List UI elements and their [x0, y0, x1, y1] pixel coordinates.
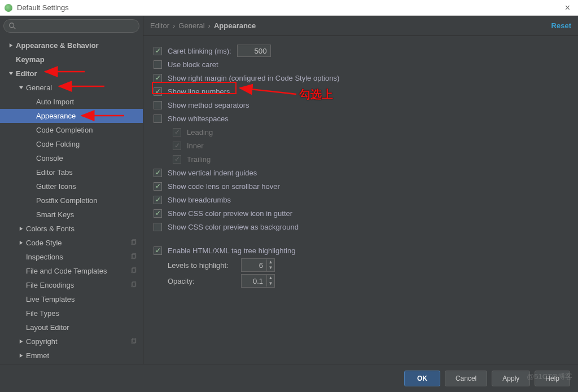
- crumb-appearance: Appearance: [214, 21, 256, 30]
- copy-icon: [130, 267, 138, 275]
- checkbox-block-caret[interactable]: [154, 60, 162, 69]
- label-line-numbers: Show line numbers: [168, 87, 230, 96]
- row-caret-blink: Caret blinking (ms):: [154, 44, 568, 58]
- window-title: Default Settings: [17, 3, 69, 12]
- chevron-right-icon: ›: [173, 21, 175, 30]
- titlebar: Default Settings ×: [0, 0, 578, 16]
- label-whitespace: Show whitespaces: [168, 114, 229, 123]
- checkbox-vguides[interactable]: [154, 169, 162, 177]
- label-ws-trailing: Trailing: [187, 155, 211, 164]
- tree-label: Inspections: [26, 253, 63, 261]
- tree-item-keymap[interactable]: Keymap: [0, 52, 143, 67]
- copy-icon: [130, 281, 138, 289]
- label-vguides: Show vertical indent guides: [168, 169, 257, 177]
- tree-label: Console: [36, 154, 63, 162]
- tree-label: Live Templates: [26, 295, 75, 303]
- label-method-sep: Show method separators: [168, 101, 249, 109]
- tree-item-file-encodings[interactable]: File Encodings: [0, 278, 143, 292]
- tree-arrow-icon: [17, 352, 25, 360]
- tree-label: Auto Import: [36, 98, 74, 106]
- checkbox-method-sep[interactable]: [154, 101, 162, 109]
- spacer: [27, 140, 35, 148]
- search-icon: [8, 22, 16, 30]
- tree-label: Postfix Completion: [36, 196, 97, 205]
- spacer: [27, 126, 35, 134]
- checkbox-line-numbers[interactable]: [154, 87, 162, 96]
- tree-item-emmet[interactable]: Emmet: [0, 349, 143, 363]
- search-input[interactable]: [3, 19, 139, 33]
- copy-icon: [130, 239, 138, 247]
- spacer: [17, 267, 25, 275]
- tree-item-layout-editor[interactable]: Layout Editor: [0, 320, 143, 334]
- tree-item-auto-import[interactable]: Auto Import: [0, 95, 143, 109]
- tree-item-console[interactable]: Console: [0, 151, 143, 165]
- tree-arrow-icon: [17, 338, 25, 346]
- tree-item-editor-tabs[interactable]: Editor Tabs: [0, 165, 143, 179]
- tree-item-appearance-behavior[interactable]: Appearance & Behavior: [0, 38, 143, 52]
- spacer: [7, 56, 15, 64]
- tree-item-postfix-completion[interactable]: Postfix Completion: [0, 193, 143, 208]
- tree-item-appearance[interactable]: Appearance: [0, 109, 143, 123]
- tree-item-code-style[interactable]: Code Style: [0, 236, 143, 250]
- tree-item-file-and-code-templates[interactable]: File and Code Templates: [0, 264, 143, 278]
- tree-item-general[interactable]: General: [0, 81, 143, 95]
- checkbox-whitespace[interactable]: [154, 114, 162, 123]
- help-button[interactable]: Help: [535, 371, 570, 386]
- tree-arrow-icon: [17, 84, 25, 92]
- ok-button[interactable]: OK: [404, 371, 440, 386]
- tree-item-live-templates[interactable]: Live Templates: [0, 292, 143, 306]
- spacer: [27, 183, 35, 191]
- label-opacity: Opacity:: [168, 277, 235, 285]
- tree-label: General: [26, 83, 52, 92]
- tree-arrow-icon: [7, 42, 15, 50]
- tree-item-file-types[interactable]: File Types: [0, 306, 143, 320]
- tree-label: Keymap: [16, 55, 45, 64]
- chevron-up-icon: ▲: [267, 275, 274, 281]
- tree-label: Appearance & Behavior: [16, 41, 99, 50]
- checkbox-codelens[interactable]: [154, 182, 162, 191]
- content-body: Caret blinking (ms): Use block caret Sho…: [143, 36, 578, 364]
- label-levels: Levels to highlight:: [168, 261, 235, 270]
- checkbox-css-bg[interactable]: [154, 223, 162, 231]
- svg-point-0: [10, 23, 14, 28]
- tree-item-colors-fonts[interactable]: Colors & Fonts: [0, 222, 143, 236]
- tree-label: File Types: [26, 309, 59, 318]
- spacer: [27, 155, 35, 162]
- checkbox-caret-blink[interactable]: [154, 47, 162, 55]
- tree-arrow-icon: [7, 70, 15, 78]
- input-caret-blink-ms[interactable]: [237, 45, 271, 57]
- spinner-opacity[interactable]: 0.1▲▼: [241, 274, 275, 288]
- spinner-levels[interactable]: 6▲▼: [241, 258, 275, 272]
- checkbox-css-gutter[interactable]: [154, 209, 162, 218]
- crumb-editor[interactable]: Editor: [150, 21, 169, 30]
- tree-item-smart-keys[interactable]: Smart Keys: [0, 208, 143, 222]
- reset-link[interactable]: Reset: [551, 21, 571, 30]
- tree-label: Editor: [16, 69, 37, 78]
- tree-item-code-completion[interactable]: Code Completion: [0, 123, 143, 137]
- copy-icon: [130, 338, 138, 346]
- label-ws-inner: Inner: [187, 142, 204, 150]
- cancel-button[interactable]: Cancel: [445, 371, 487, 386]
- spacer: [27, 211, 35, 219]
- tree-item-editor[interactable]: Editor: [0, 67, 143, 81]
- tree-label: Gutter Icons: [36, 182, 76, 191]
- apply-button[interactable]: Apply: [492, 371, 530, 386]
- checkbox-right-margin[interactable]: [154, 74, 162, 82]
- tree-label: Copyright: [26, 337, 58, 346]
- spacer: [17, 281, 25, 289]
- tree-arrow-icon: [17, 239, 25, 247]
- tree-label: Code Style: [26, 239, 62, 247]
- tree-label: Editor Tabs: [36, 168, 73, 177]
- crumb-general[interactable]: General: [178, 21, 204, 30]
- tree-item-gutter-icons[interactable]: Gutter Icons: [0, 179, 143, 193]
- tree-item-inspections[interactable]: Inspections: [0, 250, 143, 264]
- tree-item-copyright[interactable]: Copyright: [0, 334, 143, 349]
- tree-item-code-folding[interactable]: Code Folding: [0, 137, 143, 151]
- close-icon[interactable]: ×: [562, 3, 573, 13]
- chevron-up-icon: ▲: [267, 259, 274, 265]
- tree-label: File Encodings: [26, 281, 74, 289]
- checkbox-breadcrumbs[interactable]: [154, 196, 162, 204]
- tree-label: Code Completion: [36, 126, 93, 134]
- checkbox-xml-tree[interactable]: [154, 246, 162, 255]
- checkbox-ws-trailing: [173, 155, 181, 164]
